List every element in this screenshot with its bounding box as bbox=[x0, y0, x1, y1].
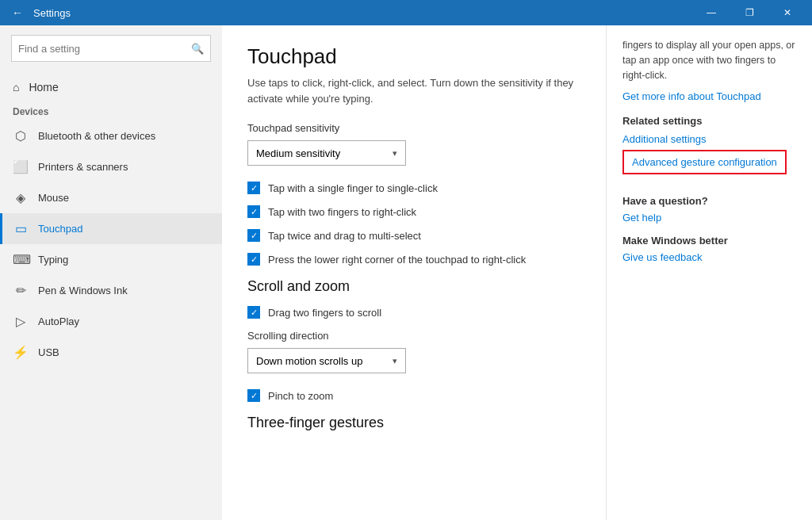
scrolling-direction-label: Scrolling direction bbox=[247, 330, 580, 342]
home-icon: ⌂ bbox=[13, 81, 19, 94]
dropdown-arrow-icon: ▾ bbox=[393, 148, 397, 159]
right-panel-top-text: fingers to display all your open apps, o… bbox=[622, 38, 796, 82]
give-feedback-link[interactable]: Give us feedback bbox=[622, 251, 796, 263]
title-bar-title: Settings bbox=[33, 7, 693, 19]
sidebar-item-touchpad[interactable]: ▭ Touchpad bbox=[0, 213, 222, 244]
checkbox-single-click-box[interactable]: ✓ bbox=[247, 182, 260, 194]
title-bar: ← Settings — ❐ ✕ bbox=[0, 0, 812, 25]
checkmark-icon: ✓ bbox=[251, 231, 258, 241]
advanced-gesture-link[interactable]: Advanced gesture configuration bbox=[632, 156, 777, 168]
checkbox-corner-click-box[interactable]: ✓ bbox=[247, 253, 260, 266]
sidebar-item-typing[interactable]: ⌨ Typing bbox=[0, 244, 222, 275]
app-body: 🔍 ⌂ Home Devices ⬡ Bluetooth & other dev… bbox=[0, 25, 812, 520]
checkbox-drag-scroll[interactable]: ✓ Drag two fingers to scroll bbox=[247, 306, 580, 319]
sidebar-item-label: USB bbox=[38, 346, 59, 358]
touchpad-icon: ▭ bbox=[13, 221, 29, 236]
printer-icon: ⬜ bbox=[13, 159, 29, 174]
sidebar-item-label: Bluetooth & other devices bbox=[38, 130, 155, 142]
checkmark-icon: ✓ bbox=[251, 254, 258, 265]
sidebar-item-usb[interactable]: ⚡ USB bbox=[0, 337, 222, 368]
checkbox-two-finger-label: Tap with two fingers to right-click bbox=[268, 206, 416, 218]
page-title: Touchpad bbox=[247, 44, 580, 69]
scrolling-direction-value: Down motion scrolls up bbox=[256, 355, 362, 367]
sidebar-item-label: Pen & Windows Ink bbox=[38, 285, 128, 296]
three-finger-title: Three-finger gestures bbox=[247, 415, 580, 431]
sidebar-item-mouse[interactable]: ◈ Mouse bbox=[0, 182, 222, 213]
sidebar-item-printers[interactable]: ⬜ Printers & scanners bbox=[0, 151, 222, 182]
checkbox-corner-click[interactable]: ✓ Press the lower right corner of the to… bbox=[247, 253, 580, 266]
more-info-link[interactable]: Get more info about Touchpad bbox=[622, 90, 796, 102]
mouse-icon: ◈ bbox=[13, 190, 29, 205]
checkmark-icon: ✓ bbox=[251, 183, 258, 193]
sensitivity-label: Touchpad sensitivity bbox=[247, 122, 580, 134]
checkbox-single-click[interactable]: ✓ Tap with a single finger to single-cli… bbox=[247, 182, 580, 194]
sensitivity-dropdown[interactable]: Medium sensitivity ▾ bbox=[247, 140, 406, 166]
checkbox-pinch-zoom-box[interactable]: ✓ bbox=[247, 389, 260, 402]
checkbox-two-finger[interactable]: ✓ Tap with two fingers to right-click bbox=[247, 205, 580, 218]
minimize-button[interactable]: — bbox=[693, 0, 730, 25]
right-panel: fingers to display all your open apps, o… bbox=[606, 25, 812, 520]
have-question-label: Have a question? bbox=[622, 195, 796, 207]
sensitivity-value: Medium sensitivity bbox=[256, 147, 340, 159]
sidebar-item-label: Mouse bbox=[38, 192, 69, 204]
checkbox-pinch-zoom-label: Pinch to zoom bbox=[268, 390, 333, 402]
title-bar-controls: — ❐ ✕ bbox=[693, 0, 806, 25]
additional-settings-link[interactable]: Additional settings bbox=[622, 133, 796, 145]
main-content: Touchpad Use taps to click, right-click,… bbox=[222, 25, 606, 520]
sidebar-item-bluetooth[interactable]: ⬡ Bluetooth & other devices bbox=[0, 120, 222, 151]
restore-button[interactable]: ❐ bbox=[731, 0, 768, 25]
get-help-link[interactable]: Get help bbox=[622, 212, 796, 224]
advanced-gesture-box: Advanced gesture configuration bbox=[622, 150, 787, 174]
dropdown-arrow-icon: ▾ bbox=[393, 356, 397, 366]
sidebar-item-label: Typing bbox=[38, 254, 68, 266]
close-button[interactable]: ✕ bbox=[769, 0, 806, 25]
scrolling-direction-dropdown[interactable]: Down motion scrolls up ▾ bbox=[247, 348, 406, 373]
checkmark-icon: ✓ bbox=[251, 391, 258, 401]
checkbox-tap-drag-label: Tap twice and drag to multi-select bbox=[268, 230, 421, 242]
search-icon: 🔍 bbox=[191, 43, 204, 55]
checkmark-icon: ✓ bbox=[251, 207, 258, 217]
page-description: Use taps to click, right-click, and sele… bbox=[247, 75, 580, 106]
checkbox-drag-scroll-label: Drag two fingers to scroll bbox=[268, 307, 381, 319]
sidebar-home-label: Home bbox=[29, 81, 58, 94]
sidebar-item-pen[interactable]: ✏ Pen & Windows Ink bbox=[0, 275, 222, 306]
checkbox-drag-scroll-box[interactable]: ✓ bbox=[247, 306, 260, 319]
scroll-zoom-title: Scroll and zoom bbox=[247, 278, 580, 295]
search-input[interactable] bbox=[18, 43, 191, 55]
make-better-label: Make Windows better bbox=[622, 235, 796, 247]
checkbox-single-click-label: Tap with a single finger to single-click bbox=[268, 182, 438, 194]
checkbox-tap-drag-box[interactable]: ✓ bbox=[247, 229, 260, 242]
sidebar-item-label: Printers & scanners bbox=[38, 161, 128, 173]
search-box[interactable]: 🔍 bbox=[11, 35, 211, 62]
sidebar-section-label: Devices bbox=[0, 100, 222, 120]
back-button[interactable]: ← bbox=[6, 2, 29, 24]
back-icon: ← bbox=[12, 6, 23, 19]
bluetooth-icon: ⬡ bbox=[13, 128, 29, 143]
sidebar-item-label: AutoPlay bbox=[38, 315, 79, 327]
checkmark-icon: ✓ bbox=[251, 308, 258, 318]
sidebar-item-autoplay[interactable]: ▷ AutoPlay bbox=[0, 306, 222, 337]
checkbox-tap-drag[interactable]: ✓ Tap twice and drag to multi-select bbox=[247, 229, 580, 242]
checkbox-corner-click-label: Press the lower right corner of the touc… bbox=[268, 254, 526, 266]
typing-icon: ⌨ bbox=[13, 252, 29, 267]
checkbox-two-finger-box[interactable]: ✓ bbox=[247, 205, 260, 218]
checkbox-pinch-zoom[interactable]: ✓ Pinch to zoom bbox=[247, 389, 580, 402]
pen-icon: ✏ bbox=[13, 283, 29, 298]
sidebar: 🔍 ⌂ Home Devices ⬡ Bluetooth & other dev… bbox=[0, 25, 222, 520]
related-settings-label: Related settings bbox=[622, 115, 796, 127]
autoplay-icon: ▷ bbox=[13, 314, 29, 329]
sidebar-item-home[interactable]: ⌂ Home bbox=[0, 75, 222, 100]
usb-icon: ⚡ bbox=[13, 345, 29, 360]
sidebar-item-label: Touchpad bbox=[38, 223, 82, 235]
